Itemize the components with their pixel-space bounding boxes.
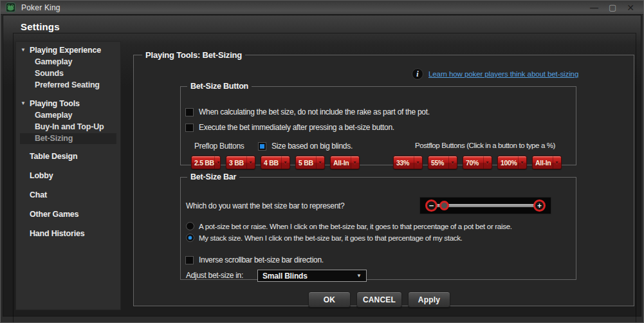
sidebar-group-playing-experience[interactable]: ▼ Playing Experience (16, 44, 120, 55)
stack-size-radio-row: My stack size. When I click on the bet-s… (186, 234, 463, 242)
slider-minus-button[interactable]: − (425, 199, 437, 212)
adjust-bet-size-label: Adjust bet-size in: (186, 271, 243, 280)
sidebar-item-gameplay-tools[interactable]: Gameplay (20, 110, 116, 121)
sidebar-item-table-design[interactable]: Table Design (16, 151, 120, 162)
execute-checkbox-row: Execute the bet immediately after pressi… (185, 123, 394, 132)
inverse-scrollbar-checkbox[interactable] (185, 256, 194, 264)
slider-track[interactable] (434, 204, 542, 207)
bar-question-row: Which do you want the bet size bar to re… (186, 201, 344, 210)
size-big-blinds-checkbox[interactable] (258, 142, 266, 151)
postflop-size-button-1[interactable]: 33% ▼ (393, 156, 423, 169)
adjust-bet-size-row: Adjust bet-size in: Small Blinds ▼ (186, 271, 243, 280)
dialog-actions: OK CANCEL Apply (129, 291, 629, 308)
postflop-size-button-3[interactable]: 70% ▼ (463, 156, 492, 169)
expand-triangle-icon[interactable]: ▼ (21, 44, 30, 55)
dropdown-arrow-icon: ▼ (246, 156, 255, 169)
bet-sizing-help-link[interactable]: Learn how poker players think about bet-… (428, 70, 578, 78)
execute-bet-checkbox[interactable] (185, 124, 194, 132)
rake-checkbox-label[interactable]: When calculating the bet size, do not in… (199, 107, 430, 116)
sidebar-item-bet-sizing[interactable]: Bet-Sizing (20, 133, 116, 144)
preflop-size-button-3[interactable]: 4 BB ▼ (261, 156, 290, 169)
sidebar-item-preferred-seating[interactable]: Preferred Seating (20, 80, 116, 91)
postflop-button-row: 33% ▼ 55% ▼ 70% ▼ 100% ▼ (393, 156, 562, 169)
execute-checkbox-label[interactable]: Execute the bet immediately after pressi… (199, 123, 394, 132)
expand-triangle-icon[interactable]: ▼ (21, 98, 30, 109)
window-frame: Settings ▼ Playing Experience Gameplay S… (1, 15, 643, 322)
cancel-button[interactable]: CANCEL (356, 291, 402, 308)
window-title: Poker King (21, 3, 60, 12)
playing-tools-bet-sizing-panel: Playing Tools: Bet-Sizing i Learn how po… (133, 50, 634, 306)
sidebar-item-hand-histories[interactable]: Hand Histories (16, 228, 120, 239)
dropdown-arrow-icon: ▼ (281, 156, 290, 169)
page-title: Settings (21, 21, 60, 32)
sidebar-group-playing-tools[interactable]: ▼ Playing Tools (16, 98, 120, 109)
dropdown-arrow-icon: ▼ (414, 156, 422, 169)
rake-checkbox-row: When calculating the bet size, do not in… (185, 107, 430, 116)
pot-size-radio-label[interactable]: A pot-size bet or raise. When I click on… (199, 223, 512, 230)
bet-size-button-group: Bet-Size Button When calculating the bet… (180, 82, 576, 165)
big-blinds-row: Size based on big blinds. (258, 142, 353, 151)
preflop-size-button-4[interactable]: 5 BB ▼ (295, 156, 325, 169)
postflop-size-button-4[interactable]: 100% ▼ (497, 156, 527, 169)
titlebar: Poker King — ▢ ✕ (1, 1, 643, 15)
help-row: i Learn how poker players think about be… (412, 68, 578, 80)
window-controls: — ▢ ✕ (590, 1, 643, 15)
ok-button[interactable]: OK (308, 291, 351, 308)
preflop-buttons-label: Preflop Buttons (194, 142, 244, 151)
dropdown-arrow-icon: ▼ (448, 156, 457, 169)
maximize-icon[interactable]: ▢ (609, 1, 616, 15)
sidebar-item-lobby[interactable]: Lobby (16, 171, 120, 181)
postflop-buttons-label: Postflop Buttons (Click in a button to t… (415, 142, 555, 149)
settings-dialog-body: Settings ▼ Playing Experience Gameplay S… (3, 15, 641, 317)
panel-legend: Playing Tools: Bet-Sizing (142, 50, 245, 60)
info-icon: i (412, 68, 423, 80)
dropdown-arrow-icon: ▼ (518, 156, 526, 169)
dropdown-arrow-icon: ▼ (483, 156, 492, 169)
bar-question: Which do you want the bet size bar to re… (186, 201, 344, 210)
sidebar-item-sounds[interactable]: Sounds (20, 68, 116, 79)
preflop-label-row: Preflop Buttons (194, 142, 244, 151)
close-icon[interactable]: ✕ (627, 1, 634, 15)
app-icon (6, 3, 15, 12)
bet-size-bar-group: Bet-Size Bar Which do you want the bet s… (180, 172, 576, 280)
sidebar-item-gameplay-experience[interactable]: Gameplay (20, 57, 116, 68)
group-legend: Bet-Size Bar (187, 172, 239, 181)
preflop-size-button-1[interactable]: 2.5 BB ▼ (191, 156, 221, 169)
adjust-bet-size-select[interactable]: Small Blinds ▼ (257, 270, 367, 282)
dropdown-arrow-icon: ▼ (214, 156, 221, 169)
group-legend: Bet-Size Button (187, 82, 252, 91)
stack-size-radio[interactable] (186, 234, 194, 242)
preflop-size-button-5[interactable]: All-In ▼ (330, 156, 360, 169)
settings-sidebar: ▼ Playing Experience Gameplay Sounds Pre… (15, 41, 121, 310)
inverse-checkbox-label[interactable]: Inverse scrollbar bet-size bar direction… (199, 255, 324, 264)
stack-size-radio-label[interactable]: My stack size. When I click on the bet-s… (199, 234, 463, 242)
pot-size-radio-row: A pot-size bet or raise. When I click on… (186, 222, 512, 230)
postflop-size-button-2[interactable]: 55% ▼ (428, 156, 457, 169)
apply-button[interactable]: Apply (408, 291, 450, 308)
minimize-icon[interactable]: — (590, 1, 598, 15)
postflop-size-button-5[interactable]: All-In ▼ (532, 156, 562, 169)
slider-knob[interactable] (439, 201, 449, 210)
rake-checkbox[interactable] (185, 108, 194, 116)
pot-size-radio[interactable] (186, 222, 194, 230)
slider-plus-button[interactable]: + (533, 199, 546, 212)
dropdown-arrow-icon: ▼ (553, 156, 561, 169)
select-value: Small Blinds (258, 272, 356, 281)
sidebar-item-buyin-topup[interactable]: Buy-In and Top-Up (20, 122, 116, 133)
inverse-checkbox-row: Inverse scrollbar bet-size bar direction… (185, 255, 324, 264)
big-blinds-label[interactable]: Size based on big blinds. (271, 142, 353, 151)
sidebar-item-other-games[interactable]: Other Games (16, 209, 120, 220)
chevron-down-icon: ▼ (356, 273, 366, 279)
postflop-label-row: Postflop Buttons (Click in a button to t… (415, 142, 555, 149)
sidebar-item-chat[interactable]: Chat (16, 190, 120, 201)
preflop-button-row: 2.5 BB ▼ 3 BB ▼ 4 BB ▼ 5 BB ▼ (191, 156, 360, 169)
settings-window: Poker King — ▢ ✕ Settings ▼ Playing Expe… (0, 0, 644, 323)
dropdown-arrow-icon: ▼ (316, 156, 324, 169)
bet-size-slider: − + (419, 197, 551, 214)
preflop-size-button-2[interactable]: 3 BB ▼ (226, 156, 255, 169)
dropdown-arrow-icon: ▼ (351, 156, 359, 169)
